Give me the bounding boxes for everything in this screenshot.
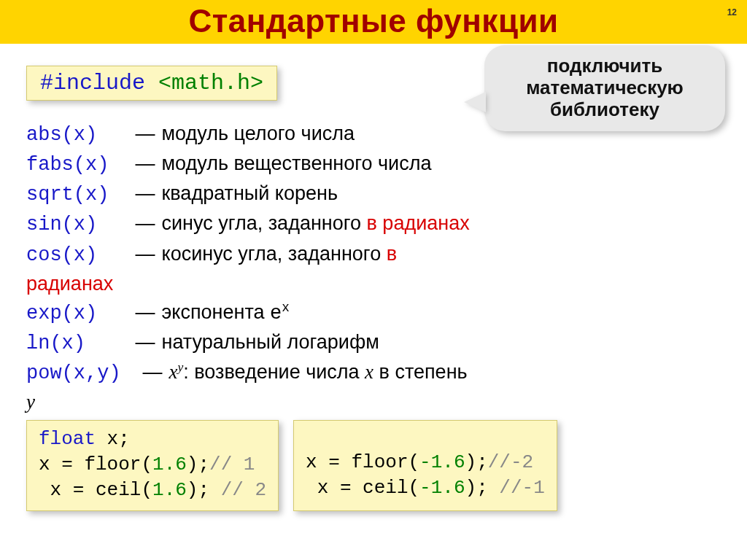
callout-tail-icon bbox=[464, 92, 486, 112]
fn-code: pow(x,y) bbox=[26, 359, 142, 388]
fn-desc-a: синус угла, заданного bbox=[162, 212, 367, 234]
callout-line2: математическую bbox=[526, 77, 684, 98]
callout-line1: подключить bbox=[547, 55, 663, 77]
fn-pow-xi: x bbox=[365, 361, 374, 383]
page-title: Стандартные функции bbox=[0, 3, 747, 39]
fn-desc: модуль целого числа bbox=[162, 122, 355, 144]
dash: — bbox=[134, 120, 156, 148]
include-directive: #include bbox=[40, 71, 145, 96]
fn-code: ln(x) bbox=[26, 330, 134, 358]
dash: — bbox=[134, 209, 156, 238]
example-right: x = floor(-1.6);//-2 x = ceil(-1.6); //-… bbox=[293, 420, 557, 511]
fn-code: abs(x) bbox=[26, 121, 134, 149]
fn-desc-a: экспонента bbox=[162, 301, 270, 323]
fn-code: exp(x) bbox=[26, 300, 134, 328]
page-number: 12 bbox=[727, 7, 737, 18]
fn-code: cos(x) bbox=[26, 241, 134, 270]
include-header: <math.h> bbox=[158, 71, 263, 96]
callout-bubble: подключить математическую библиотеку bbox=[484, 45, 725, 131]
fn-ln: ln(x)— натуральный логарифм bbox=[26, 328, 721, 358]
dash: — bbox=[134, 179, 156, 208]
fn-desc-a: косинус угла, заданного bbox=[162, 243, 387, 265]
fn-desc-red: в радианах bbox=[367, 212, 470, 234]
title-bar: Стандартные функции 12 bbox=[0, 0, 747, 44]
callout-line3: библиотеку bbox=[550, 98, 659, 120]
example-boxes: float x; x = floor(1.6);// 1 x = ceil(1.… bbox=[26, 420, 557, 511]
dash: — bbox=[142, 358, 163, 386]
fn-exp: exp(x)— экспонента ex bbox=[26, 298, 721, 328]
fn-desc-c: в степень bbox=[374, 361, 468, 383]
fn-code: sin(x) bbox=[26, 211, 134, 239]
fn-desc: натуральный логарифм bbox=[162, 331, 379, 353]
fn-pow: pow(x,y)— xy: возведение числа x в степе… bbox=[26, 358, 721, 388]
include-box: #include <math.h> bbox=[26, 66, 277, 101]
dash: — bbox=[134, 240, 156, 268]
fn-code: sqrt(x) bbox=[26, 181, 134, 209]
fn-code: fabs(x) bbox=[26, 151, 134, 179]
fn-desc-b: : возведение числа bbox=[183, 361, 365, 383]
fn-pow-xy: xy bbox=[169, 361, 184, 383]
dash: — bbox=[134, 149, 156, 178]
dash: — bbox=[134, 328, 156, 357]
fn-sqrt: sqrt(x)— квадратный корень bbox=[26, 179, 721, 209]
fn-cos-wrap: радианах bbox=[26, 270, 721, 298]
fn-desc: квадратный корень bbox=[162, 182, 338, 204]
fn-pow-wrap: y bbox=[26, 388, 721, 416]
fn-desc: модуль вещественного числа bbox=[162, 152, 432, 174]
dash: — bbox=[134, 298, 156, 327]
fn-exp-e: ex bbox=[270, 303, 290, 324]
example-left: float x; x = floor(1.6);// 1 x = ceil(1.… bbox=[26, 420, 279, 511]
fn-sin: sin(x)— синус угла, заданного в радианах bbox=[26, 209, 721, 239]
fn-cos: cos(x)— косинус угла, заданного в bbox=[26, 240, 721, 270]
fn-desc-red: в bbox=[387, 243, 397, 265]
fn-fabs: fabs(x)— модуль вещественного числа bbox=[26, 149, 721, 179]
